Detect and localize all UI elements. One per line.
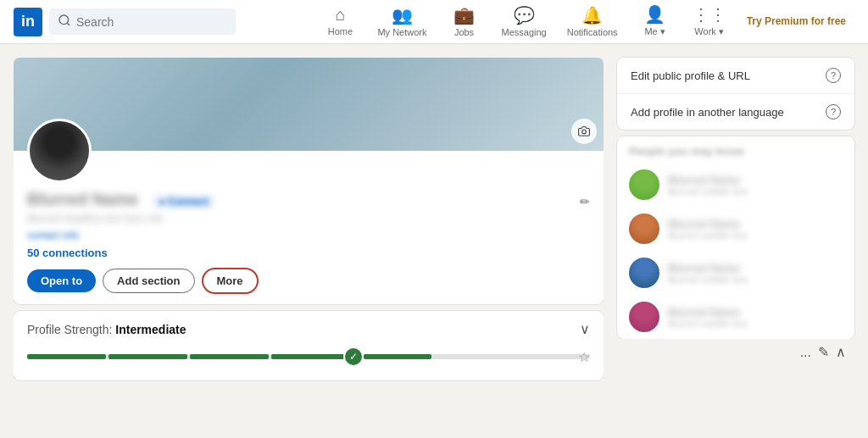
profile-menu-card: Edit public profile & URL ? Add profile … [617, 58, 854, 130]
nav-bar: ⌂ Home 👥 My Network 💼 Jobs 💬 Messaging 🔔… [314, 0, 854, 44]
segment-5 [364, 354, 431, 359]
strength-star-icon: ☆ [578, 349, 590, 365]
profile-card: Blurred Name ● Connect ✏ Blurred headlin… [14, 58, 604, 304]
strength-level: Intermediate [115, 323, 186, 336]
list-item[interactable]: Blurred Name Blurred subtitle text [617, 251, 854, 295]
strength-title: Profile Strength: Intermediate [27, 323, 186, 336]
person-name: Blurred Name [668, 218, 843, 230]
person-info: Blurred Name Blurred subtitle text [668, 218, 843, 241]
add-profile-language-item[interactable]: Add profile in another language ? [617, 94, 854, 130]
person-subtitle: Blurred subtitle text [668, 186, 843, 197]
right-panel: Edit public profile & URL ? Add profile … [617, 58, 854, 424]
svg-line-1 [67, 23, 70, 25]
help-icon-2[interactable]: ? [826, 104, 841, 119]
search-icon [58, 14, 71, 30]
nav-jobs[interactable]: 💼 Jobs [439, 0, 490, 44]
nav-notifications[interactable]: 🔔 Notifications [559, 0, 626, 44]
strength-bar-track [27, 354, 590, 359]
profile-contact-link[interactable]: contact info [27, 230, 590, 241]
avatar-image [30, 121, 89, 180]
collapse-icon[interactable]: ∧ [836, 344, 846, 360]
person-name: Blurred Name [668, 174, 843, 186]
person-info: Blurred Name Blurred subtitle text [668, 262, 843, 285]
strength-collapse-button[interactable]: ∨ [580, 321, 590, 337]
list-item[interactable]: Blurred Name Blurred subtitle text [617, 207, 854, 251]
nav-me[interactable]: 👤 Me ▾ [630, 0, 681, 44]
profile-headline: Blurred headline text here role [27, 213, 590, 225]
profile-name-row: Blurred Name ● Connect ✏ [27, 190, 590, 213]
avatar [629, 258, 659, 288]
person-subtitle: Blurred subtitle text [668, 319, 843, 329]
bottom-row: ... ✎ ∧ [617, 339, 854, 365]
segment-6 [434, 354, 502, 359]
segment-2 [108, 354, 187, 359]
notifications-icon: 🔔 [581, 5, 603, 25]
edit-public-profile-label: Edit public profile & URL [631, 69, 750, 82]
nav-my-network[interactable]: 👥 My Network [369, 0, 435, 44]
search-input[interactable] [76, 15, 227, 29]
add-section-button[interactable]: Add section [103, 269, 194, 293]
add-profile-language-label: Add profile in another language [631, 106, 784, 119]
profile-strength-card: Profile Strength: Intermediate ∨ ✓ ☆ [14, 311, 604, 380]
segment-1 [27, 354, 106, 359]
nav-messaging[interactable]: 💬 Messaging [493, 0, 555, 44]
avatar [629, 213, 659, 244]
open-to-button[interactable]: Open to [27, 269, 96, 292]
work-icon: ⋮⋮ [693, 4, 726, 25]
person-info: Blurred Name Blurred subtitle text [668, 174, 843, 197]
nav-messaging-label: Messaging [502, 27, 547, 37]
strength-label-prefix: Profile Strength: [27, 323, 115, 336]
person-name: Blurred Name [668, 306, 843, 319]
messaging-icon: 💬 [514, 5, 535, 25]
more-options-icon[interactable]: ... [800, 345, 811, 360]
nav-work-label: Work ▾ [694, 26, 724, 37]
home-icon: ⌂ [335, 5, 345, 25]
nav-home[interactable]: ⌂ Home [314, 0, 365, 43]
profile-avatar-area [14, 119, 604, 183]
left-panel: Blurred Name ● Connect ✏ Blurred headlin… [14, 58, 604, 424]
profile-actions: Open to Add section More [27, 268, 590, 294]
premium-button[interactable]: Try Premium for free [738, 10, 854, 34]
person-name: Blurred Name [668, 262, 843, 274]
nav-home-label: Home [328, 26, 353, 36]
jobs-icon: 💼 [453, 5, 475, 25]
more-button[interactable]: More [202, 268, 259, 294]
linkedin-logo[interactable]: in [14, 8, 42, 36]
strength-checkmark: ✓ [343, 347, 364, 367]
profile-connections[interactable]: 50 connections [27, 247, 590, 259]
people-card: People you may know Blurred Name Blurred… [617, 136, 854, 339]
profile-badge: ● Connect [152, 194, 215, 209]
segment-7 [504, 354, 571, 359]
people-card-title: People you may know [617, 136, 854, 163]
nav-jobs-label: Jobs [454, 27, 474, 37]
profile-info-area: Blurred Name ● Connect ✏ Blurred headlin… [14, 183, 604, 304]
edit-icon[interactable]: ✎ [818, 344, 829, 360]
person-subtitle: Blurred subtitle text [668, 230, 843, 241]
me-icon: 👤 [644, 4, 665, 25]
nav-me-label: Me ▾ [644, 26, 665, 37]
avatar [629, 302, 659, 332]
edit-profile-icon[interactable]: ✏ [580, 195, 590, 208]
profile-name: Blurred Name [27, 190, 138, 209]
search-bar[interactable] [49, 8, 236, 35]
person-subtitle: Blurred subtitle text [668, 274, 843, 285]
navbar: in ⌂ Home 👥 My Network 💼 Jobs 💬 Messagin… [0, 0, 868, 44]
list-item[interactable]: Blurred Name Blurred subtitle text [617, 163, 854, 207]
edit-public-profile-item[interactable]: Edit public profile & URL ? [617, 58, 854, 94]
strength-bar: ✓ ☆ [27, 345, 590, 369]
segment-3 [190, 354, 269, 359]
main-layout: Blurred Name ● Connect ✏ Blurred headlin… [0, 44, 868, 438]
nav-network-label: My Network [377, 27, 426, 37]
avatar [629, 169, 659, 200]
nav-work[interactable]: ⋮⋮ Work ▾ [684, 0, 735, 44]
network-icon: 👥 [392, 5, 413, 25]
list-item[interactable]: Blurred Name Blurred subtitle text [617, 295, 854, 339]
avatar[interactable] [27, 119, 92, 183]
help-icon-1[interactable]: ? [826, 68, 841, 83]
person-info: Blurred Name Blurred subtitle text [668, 306, 843, 329]
nav-notifications-label: Notifications [567, 27, 618, 37]
svg-point-0 [59, 15, 69, 25]
